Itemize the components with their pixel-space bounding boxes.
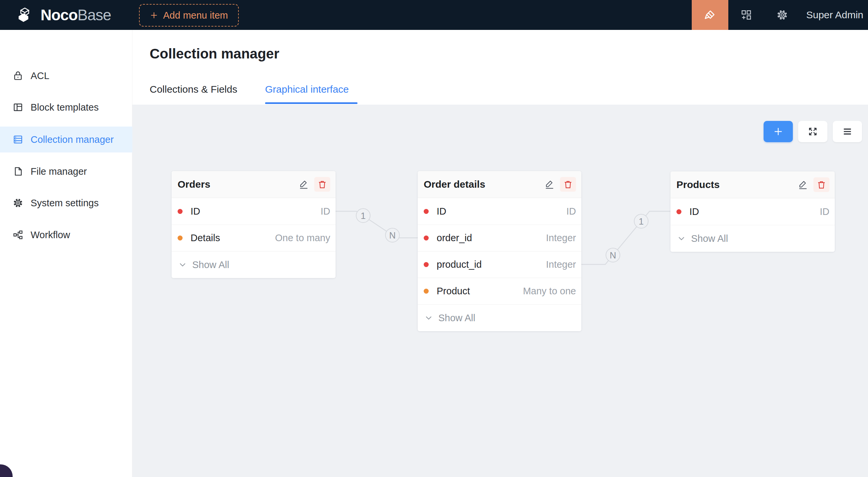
field-name: order_id bbox=[437, 233, 546, 243]
card-header[interactable]: Orders bbox=[172, 171, 336, 198]
trash-icon bbox=[317, 179, 327, 189]
field-name: product_id bbox=[437, 259, 546, 270]
settings-button[interactable] bbox=[764, 0, 800, 30]
top-header: NocoBase Add menu item bbox=[0, 0, 868, 30]
chevron-down-icon bbox=[178, 261, 187, 269]
field-row[interactable]: Product Many to one bbox=[418, 278, 581, 304]
add-menu-item-button[interactable]: Add menu item bbox=[139, 4, 239, 27]
edge-orderdetails-products bbox=[581, 211, 671, 264]
highlighter-icon bbox=[703, 8, 717, 22]
tab-graphical-interface[interactable]: Graphical interface bbox=[265, 84, 349, 95]
active-tab-indicator bbox=[265, 102, 358, 104]
field-row[interactable]: ID ID bbox=[172, 198, 336, 225]
field-row[interactable]: product_id Integer bbox=[418, 251, 581, 278]
sidebar-item-label: Collection manager bbox=[31, 134, 114, 145]
logo-text: NocoBase bbox=[40, 6, 111, 24]
plus-icon bbox=[773, 126, 783, 137]
table-icon bbox=[13, 134, 23, 145]
card-title: Products bbox=[677, 179, 796, 190]
edit-pencil-icon bbox=[798, 179, 808, 190]
sidebar-item-acl[interactable]: ACL bbox=[0, 63, 132, 89]
delete-collection-button[interactable] bbox=[813, 177, 830, 192]
edit-collection-button[interactable] bbox=[796, 177, 810, 192]
er-diagram-canvas[interactable]: 1 N N 1 bbox=[132, 105, 868, 477]
tab-collections-fields[interactable]: Collections & Fields bbox=[150, 84, 237, 95]
layout-icon bbox=[13, 102, 23, 113]
foreign-key-dot bbox=[424, 236, 429, 240]
trash-icon bbox=[816, 180, 827, 190]
plugin-manager-button[interactable] bbox=[728, 0, 764, 30]
page-title: Collection manager bbox=[150, 46, 279, 62]
sidebar-item-label: Workflow bbox=[31, 230, 70, 240]
add-menu-item-label: Add menu item bbox=[163, 10, 228, 21]
field-name: Product bbox=[437, 286, 523, 297]
sidebar-item-label: Block templates bbox=[31, 102, 99, 113]
sidebar: ACL Block templates Collectio bbox=[0, 30, 132, 477]
field-name: ID bbox=[437, 206, 566, 217]
header-right-cluster: Super Admin bbox=[692, 0, 868, 30]
card-title: Orders bbox=[178, 179, 296, 190]
user-menu[interactable]: Super Admin bbox=[800, 9, 868, 21]
card-header[interactable]: Products bbox=[671, 171, 835, 198]
field-row[interactable]: ID ID bbox=[418, 198, 581, 225]
primary-key-dot bbox=[677, 209, 681, 214]
chevron-down-icon bbox=[677, 234, 686, 243]
relation-dot bbox=[178, 236, 183, 240]
field-type: Integer bbox=[546, 233, 576, 243]
edge-cardinality: N bbox=[610, 250, 616, 261]
show-all-button[interactable]: Show All bbox=[172, 251, 336, 278]
chevron-down-icon bbox=[424, 314, 433, 322]
cube-logo-icon bbox=[17, 5, 36, 25]
collection-card-orders[interactable]: Orders bbox=[172, 171, 336, 278]
sidebar-item-system-settings[interactable]: System settings bbox=[0, 190, 132, 216]
show-all-button[interactable]: Show All bbox=[671, 225, 835, 252]
show-all-button[interactable]: Show All bbox=[418, 304, 581, 331]
fullscreen-button[interactable] bbox=[798, 121, 828, 142]
edge-cardinality: N bbox=[389, 231, 396, 240]
primary-key-dot bbox=[424, 209, 429, 214]
gear-icon bbox=[13, 198, 23, 208]
delete-collection-button[interactable] bbox=[314, 177, 330, 192]
sidebar-item-collection-manager[interactable]: Collection manager bbox=[0, 127, 132, 152]
show-all-label: Show All bbox=[438, 313, 475, 323]
ui-editor-button[interactable] bbox=[692, 0, 728, 30]
collection-card-products[interactable]: Products bbox=[671, 171, 835, 252]
field-row[interactable]: order_id Integer bbox=[418, 225, 581, 251]
sidebar-item-workflow[interactable]: Workflow bbox=[0, 222, 132, 248]
sidebar-item-file-manager[interactable]: File manager bbox=[0, 159, 132, 184]
field-row[interactable]: Details One to many bbox=[172, 225, 336, 251]
edge-orders-orderdetails bbox=[336, 211, 418, 238]
foreign-key-dot bbox=[424, 262, 429, 267]
sidebar-item-block-templates[interactable]: Block templates bbox=[0, 94, 132, 120]
menu-icon bbox=[842, 126, 853, 137]
relation-dot bbox=[424, 289, 429, 294]
sidebar-item-label: File manager bbox=[31, 166, 87, 177]
card-header[interactable]: Order details bbox=[418, 171, 581, 198]
field-name: ID bbox=[191, 206, 320, 217]
field-type: Integer bbox=[546, 259, 576, 270]
sidebar-item-label: System settings bbox=[31, 198, 99, 209]
edit-pencil-icon bbox=[544, 179, 555, 190]
collection-list-button[interactable] bbox=[833, 121, 862, 142]
add-collection-button[interactable] bbox=[764, 121, 793, 142]
edge-cardinality: 1 bbox=[361, 211, 366, 221]
show-all-label: Show All bbox=[192, 260, 229, 270]
field-type: ID bbox=[566, 206, 576, 217]
primary-key-dot bbox=[178, 209, 183, 214]
card-title: Order details bbox=[424, 179, 542, 190]
appstore-add-icon bbox=[741, 9, 752, 21]
plus-icon bbox=[150, 11, 158, 20]
collection-card-order-details[interactable]: Order details bbox=[418, 171, 581, 331]
nocobase-app: NocoBase Add menu item bbox=[0, 0, 868, 477]
edit-collection-button[interactable] bbox=[542, 177, 557, 192]
edit-pencil-icon bbox=[298, 179, 309, 190]
gear-icon bbox=[776, 9, 788, 21]
edit-collection-button[interactable] bbox=[296, 177, 311, 192]
field-row[interactable]: ID ID bbox=[671, 198, 835, 225]
nocobase-logo[interactable]: NocoBase bbox=[17, 0, 111, 30]
lock-icon bbox=[13, 70, 23, 81]
field-name: Details bbox=[191, 233, 275, 243]
page-header: Collection manager Collections & Fields … bbox=[132, 30, 868, 105]
field-name: ID bbox=[689, 206, 820, 217]
delete-collection-button[interactable] bbox=[560, 177, 576, 192]
